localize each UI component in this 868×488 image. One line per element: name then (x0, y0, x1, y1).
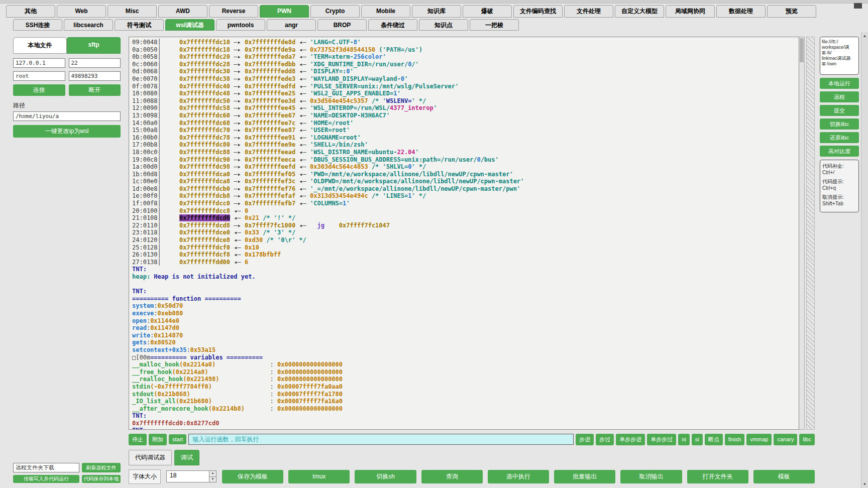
action-button-tmux[interactable]: tmux (288, 470, 350, 483)
debug-button-canary[interactable]: canary (774, 434, 797, 445)
terminal-line: system:0x50d70 (132, 302, 796, 310)
right-button-提交[interactable]: 提交 (820, 105, 859, 116)
sub-tab-一把梭[interactable]: 一把梭 (470, 19, 519, 31)
right-button-高对比度[interactable]: 高对比度 (820, 146, 859, 157)
right-button-还原libc[interactable]: 还原libc (820, 132, 859, 143)
port-input[interactable] (69, 58, 121, 68)
sub-tab-知识点[interactable]: 知识点 (419, 19, 468, 31)
save-code-local-button[interactable]: 代码保存到本地 (82, 475, 121, 483)
action-button-批量输出[interactable]: 批量输出 (554, 470, 615, 483)
right-button-切换libc[interactable]: 切换libc (820, 118, 859, 130)
main-tab-PWN[interactable]: PWN (260, 5, 309, 18)
sub-tab-SSH连接[interactable]: SSH连接 (13, 19, 62, 31)
shortcut-label: 取消提示: (822, 194, 856, 200)
main-tab-文件处理[interactable]: 文件处理 (564, 5, 613, 18)
action-button-模板[interactable]: 模板 (753, 470, 815, 483)
spin-up-icon[interactable]: ▲ (209, 471, 216, 477)
disconnect-button[interactable]: 断开 (69, 84, 121, 96)
resize-hatch-strip[interactable] (806, 37, 815, 430)
main-tab-数据处理[interactable]: 数据处理 (716, 5, 766, 18)
font-size-stepper[interactable]: 18 ▲ ▼ (166, 470, 216, 482)
right-button-本地运行[interactable]: 本地运行 (820, 78, 859, 89)
debug-button-ni[interactable]: ni (678, 434, 690, 445)
host-input[interactable] (13, 58, 65, 68)
action-button-切换sh[interactable]: 切换sh (355, 470, 416, 483)
action-button-打开文件夹[interactable]: 打开文件夹 (687, 470, 748, 483)
debug-button-vmmap[interactable]: vmmap (746, 434, 772, 445)
tab-sftp[interactable]: sftp (67, 37, 121, 54)
action-button-选中执行[interactable]: 选中执行 (488, 470, 549, 483)
debug-button-libc[interactable]: libc (799, 434, 815, 445)
debug-button-finish[interactable]: finish (725, 434, 745, 445)
main-tab-局域网协同[interactable]: 局域网协同 (666, 5, 715, 18)
action-button-查询[interactable]: 查询 (421, 470, 483, 483)
terminal-line: 18:00c0│ 0x7fffffffdc88 —▸ 0x7fffffffeea… (132, 149, 796, 156)
bottom-tab-代码调试器[interactable]: 代码调试器 (129, 450, 172, 465)
sub-tab-BROP[interactable]: BROP (317, 19, 367, 31)
sub-tab-angr[interactable]: angr (267, 19, 316, 31)
file-url-tree[interactable]: file:///E:/workspace/调⊞ /ti/linkmac调试器⊞ … (820, 37, 859, 75)
refresh-remote-files-button[interactable]: 刷新远程文件 (82, 463, 121, 472)
terminal-line: 21:0108│ 0x7fffffffdcd0 ◂— 0x21 /* '!' *… (132, 214, 796, 222)
terminal-line: 14:00a0│ 0x7fffffffdc68 —▸ 0x7fffffffee7… (132, 119, 796, 127)
debug-button-单步步进[interactable]: 单步步进 (616, 434, 645, 445)
action-button-保存为模板[interactable]: 保存为模板 (222, 470, 283, 483)
debug-button-单步步过[interactable]: 单步步过 (647, 434, 676, 445)
terminal-line: setcontext+0x35:0x53a15 (132, 346, 796, 354)
font-size-value[interactable]: 18 (167, 471, 209, 482)
terminal-line: 1b:00d8│ 0x7fffffffdca0 —▸ 0x7fffffffef0… (132, 171, 796, 178)
start-button[interactable]: start (169, 434, 186, 444)
terminal-line: __after_morecore_hook(0x2214b8) : 0x0000… (132, 405, 796, 413)
main-tab-其他[interactable]: 其他 (6, 5, 55, 18)
terminal-line: 24:0120│ 0x7fffffffdce8 ◂— 0xd30 /* '0\r… (132, 236, 796, 244)
run-function-input[interactable] (188, 434, 574, 445)
debugger-output: 09:0048│ 0x7fffffffdc10 —▸ 0x7fffffffde8… (129, 37, 799, 430)
remote-folder-input[interactable] (13, 463, 79, 472)
sub-tab-符号测试[interactable]: 符号测试 (115, 19, 164, 31)
sub-tab-pwntools[interactable]: pwntools (216, 19, 265, 31)
main-tab-Reverse[interactable]: Reverse (209, 5, 258, 18)
tab-local-files[interactable]: 本地文件 (13, 37, 67, 54)
shortcut-label: 代码提示: (822, 178, 856, 185)
attach-button[interactable]: 附加 (149, 434, 167, 445)
terminal-line: 27:0138│ 0x7fffffffdd00 ◂— 6 (132, 259, 796, 266)
upload-run-code-button[interactable]: 传输写入并代码运行 (13, 475, 79, 483)
main-tab-AWD[interactable]: AWD (158, 5, 207, 18)
debug-button-断点[interactable]: 断点 (705, 434, 723, 445)
username-input[interactable] (13, 71, 65, 81)
bottom-tab-调试[interactable]: 调试 (174, 450, 199, 465)
main-tab-Crypto[interactable]: Crypto (310, 5, 360, 18)
terminal-scrollbar-thumb[interactable] (800, 38, 804, 62)
path-label: 路径 (13, 101, 121, 110)
sub-tab-libcsearch[interactable]: libcsearch (64, 19, 113, 31)
debug-button-si[interactable]: si (692, 434, 703, 445)
spin-down-icon[interactable]: ▼ (209, 477, 216, 482)
connect-button[interactable]: 连接 (13, 84, 65, 96)
terminal-line: 1c:00e0│ 0x7fffffffdca8 —▸ 0x7fffffffef3… (132, 178, 796, 185)
sub-tab-条件绕过[interactable]: 条件绕过 (368, 19, 417, 31)
scroll-up-icon[interactable]: ▲ (863, 34, 867, 38)
main-tab-Web[interactable]: Web (57, 5, 106, 18)
debug-button-步进[interactable]: 步进 (576, 434, 594, 445)
sub-tab-wsl调试器[interactable]: wsl调试器 (165, 19, 214, 31)
scroll-down-icon[interactable]: ▼ (863, 482, 867, 486)
debug-button-步过[interactable]: 步过 (596, 434, 614, 445)
main-tab-Misc[interactable]: Misc (107, 5, 157, 18)
file-tree-line: workspace/调 (822, 45, 857, 50)
main-tab-自定义大模型[interactable]: 自定义大模型 (615, 5, 664, 18)
terminal-scrollbar[interactable] (799, 37, 805, 430)
file-tree-line: linkmac调试器 (822, 56, 857, 61)
main-tab-预览[interactable]: 预览 (767, 5, 816, 18)
password-input[interactable] (69, 71, 121, 81)
remote-path-input[interactable] (13, 111, 121, 121)
action-button-取消输出[interactable]: 取消输出 (620, 470, 682, 483)
stop-button[interactable]: 停止 (129, 434, 147, 445)
change-ip-wsl-button[interactable]: 一键更改ip为wsl (13, 125, 121, 138)
main-tab-知识库[interactable]: 知识库 (412, 5, 461, 18)
main-tab-爆破[interactable]: 爆破 (463, 5, 512, 18)
main-tab-文件编码查找[interactable]: 文件编码查找 (513, 5, 563, 18)
right-button-远程[interactable]: 远程 (820, 91, 859, 102)
window-scrollbar[interactable]: ▲ ▼ (861, 32, 868, 488)
main-tab-Mobile[interactable]: Mobile (361, 5, 410, 18)
font-size-label: 字体大小 (129, 469, 161, 484)
